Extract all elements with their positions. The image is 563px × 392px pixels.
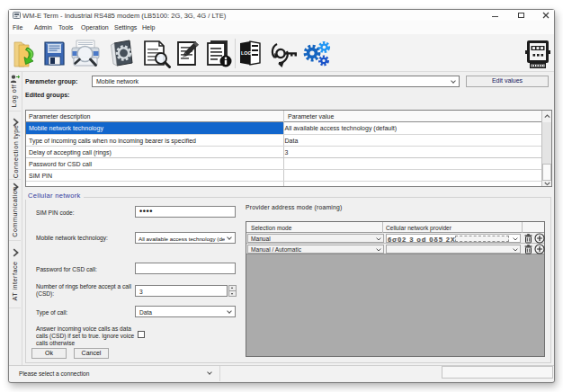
svg-text:LOG: LOG — [241, 50, 252, 56]
